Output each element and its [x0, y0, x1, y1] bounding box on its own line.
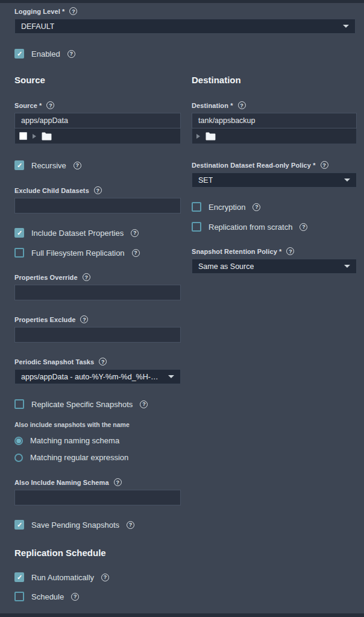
save-pending-snapshots-row[interactable]: Save Pending Snapshots: [14, 520, 181, 530]
source-dataset-picker: apps/appData: [14, 113, 181, 144]
recursive-row[interactable]: Recursive: [14, 160, 181, 170]
exclude-child-datasets-input[interactable]: [14, 198, 181, 214]
matching-naming-schema-label: Matching naming schema: [30, 436, 119, 445]
save-pending-snapshots-label: Save Pending Snapshots: [31, 520, 119, 530]
schedule-label: Schedule: [31, 592, 64, 601]
readonly-policy-value: SET: [198, 176, 213, 185]
destination-path-input[interactable]: tank/appsbackup: [192, 113, 357, 128]
bottom-divider: [0, 613, 364, 617]
properties-override-input[interactable]: [14, 285, 181, 300]
full-filesystem-replication-checkbox[interactable]: [14, 248, 24, 258]
source-path-label: Source *: [14, 102, 42, 109]
destination-path-label: Destination *: [192, 102, 233, 109]
caret-down-icon: [344, 179, 350, 182]
source-column: Source Source * apps/appData Recursive: [14, 75, 181, 530]
full-filesystem-replication-row[interactable]: Full Filesystem Replication: [14, 248, 181, 258]
help-icon[interactable]: [94, 186, 102, 194]
include-dataset-properties-checkbox[interactable]: [14, 228, 24, 238]
expand-arrow-icon[interactable]: [196, 134, 200, 139]
caret-down-icon: [344, 265, 350, 268]
properties-exclude-input[interactable]: [14, 327, 181, 343]
run-automatically-row[interactable]: Run Automatically: [14, 572, 356, 582]
caret-down-icon: [168, 375, 174, 378]
destination-dataset-picker: tank/appsbackup: [192, 113, 357, 144]
readonly-policy-label: Destination Dataset Read-only Policy *: [192, 162, 316, 169]
replication-form: Logging Level * DEFAULT Enabled Source S…: [0, 3, 364, 617]
replication-from-scratch-row[interactable]: Replication from scratch: [192, 222, 357, 232]
snapshot-retention-policy-value: Same as Source: [198, 262, 254, 271]
also-include-naming-schema-label: Also Include Naming Schema: [14, 479, 109, 486]
folder-icon: [206, 132, 216, 141]
help-icon[interactable]: [127, 521, 134, 529]
replicate-specific-snapshots-row[interactable]: Replicate Specific Snapshots: [14, 399, 181, 409]
schedule-row[interactable]: Schedule: [14, 592, 356, 601]
help-icon[interactable]: [74, 162, 81, 169]
folder-icon: [42, 132, 52, 141]
help-icon[interactable]: [69, 7, 77, 15]
logging-level-select[interactable]: DEFAULT: [14, 19, 356, 34]
help-icon[interactable]: [286, 247, 294, 255]
readonly-policy-select[interactable]: SET: [192, 172, 357, 188]
source-dataset-tree-row[interactable]: [14, 128, 181, 144]
help-icon[interactable]: [80, 315, 88, 323]
help-icon[interactable]: [300, 223, 307, 231]
replicate-specific-snapshots-checkbox[interactable]: [14, 399, 24, 409]
exclude-child-datasets-label: Exclude Child Datasets: [14, 187, 89, 194]
logging-level-value: DEFAULT: [21, 22, 54, 31]
periodic-snapshot-tasks-label: Periodic Snapshot Tasks: [14, 358, 94, 365]
help-icon[interactable]: [131, 229, 139, 237]
matching-naming-schema-row[interactable]: Matching naming schema: [14, 436, 181, 445]
properties-exclude-label: Properties Exclude: [14, 316, 75, 323]
matching-naming-schema-radio[interactable]: [14, 437, 23, 445]
help-icon[interactable]: [46, 101, 54, 109]
logging-level-field: Logging Level * DEFAULT: [14, 7, 356, 34]
help-icon[interactable]: [238, 101, 246, 109]
help-icon[interactable]: [321, 161, 328, 169]
include-dataset-properties-row[interactable]: Include Dataset Properties: [14, 228, 181, 238]
help-icon[interactable]: [140, 400, 148, 408]
save-pending-snapshots-checkbox[interactable]: [14, 520, 24, 530]
help-icon[interactable]: [67, 50, 75, 58]
full-filesystem-replication-label: Full Filesystem Replication: [31, 248, 125, 258]
encryption-label: Encryption: [209, 203, 245, 212]
periodic-snapshot-tasks-value: apps/appData - auto-%Y-%m-%d_%H-%M - 2 W…: [21, 373, 163, 381]
enabled-label: Enabled: [31, 49, 60, 59]
destination-heading: Destination: [192, 75, 357, 85]
periodic-snapshot-tasks-select[interactable]: apps/appData - auto-%Y-%m-%d_%H-%M - 2 W…: [14, 369, 181, 384]
enabled-row[interactable]: Enabled: [14, 49, 356, 59]
replication-schedule-heading: Replication Schedule: [14, 548, 356, 558]
help-icon[interactable]: [253, 203, 260, 211]
tree-checkbox[interactable]: [19, 132, 27, 140]
schedule-checkbox[interactable]: [14, 592, 24, 601]
replicate-specific-snapshots-label: Replicate Specific Snapshots: [31, 400, 133, 409]
logging-level-label: Logging Level *: [14, 8, 64, 15]
replication-from-scratch-checkbox[interactable]: [192, 222, 201, 232]
also-include-snapshots-note: Also include snapshots with the name: [14, 421, 181, 428]
source-path-input[interactable]: apps/appData: [14, 113, 181, 128]
replication-from-scratch-label: Replication from scratch: [209, 223, 292, 232]
matching-regular-expression-row[interactable]: Matching regular expression: [14, 453, 181, 462]
include-dataset-properties-label: Include Dataset Properties: [31, 229, 124, 238]
help-icon[interactable]: [83, 273, 90, 281]
destination-column: Destination Destination * tank/appsbacku…: [192, 75, 357, 530]
matching-regular-expression-label: Matching regular expression: [30, 453, 128, 462]
help-icon[interactable]: [71, 593, 79, 601]
matching-regular-expression-radio[interactable]: [14, 454, 23, 462]
help-icon[interactable]: [99, 358, 107, 365]
recursive-checkbox[interactable]: [14, 160, 24, 170]
properties-override-label: Properties Override: [14, 274, 78, 281]
encryption-row[interactable]: Encryption: [192, 202, 357, 212]
source-heading: Source: [14, 75, 181, 85]
run-automatically-checkbox[interactable]: [14, 572, 24, 582]
enabled-checkbox[interactable]: [14, 49, 24, 59]
help-icon[interactable]: [132, 249, 140, 257]
destination-dataset-tree-row[interactable]: [192, 128, 357, 144]
help-icon[interactable]: [101, 574, 109, 581]
snapshot-retention-policy-select[interactable]: Same as Source: [192, 259, 357, 274]
also-include-naming-schema-input[interactable]: [14, 490, 181, 505]
snapshot-retention-policy-label: Snapshot Retention Policy *: [192, 248, 281, 255]
encryption-checkbox[interactable]: [192, 202, 201, 212]
expand-arrow-icon[interactable]: [33, 134, 36, 139]
help-icon[interactable]: [114, 478, 122, 486]
recursive-label: Recursive: [31, 161, 66, 170]
